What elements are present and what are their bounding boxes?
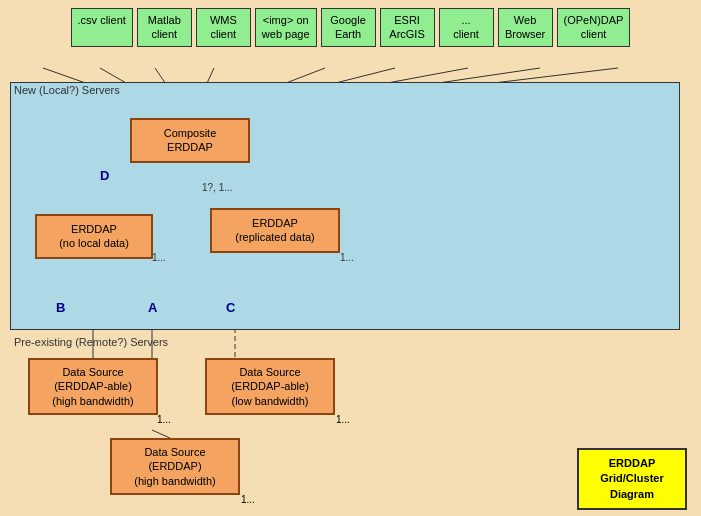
local-servers-label: New (Local?) Servers	[14, 84, 120, 96]
annotation-1b: 1...	[340, 252, 354, 263]
annotation-1a: 1...	[152, 252, 166, 263]
wms-client: WMSclient	[196, 8, 251, 47]
label-b: B	[56, 300, 65, 315]
ds-erddap-box: Data Source(ERDDAP)(high bandwidth)	[110, 438, 240, 495]
matlab-client: Matlabclient	[137, 8, 192, 47]
annotation-1q: 1?, 1...	[202, 182, 233, 193]
label-d: D	[100, 168, 109, 183]
diagram-label-box: ERDDAP Grid/Cluster Diagram	[577, 448, 687, 510]
img-client: <img> onweb page	[255, 8, 317, 47]
erddap-replicated-box: ERDDAP(replicated data)	[210, 208, 340, 253]
annotation-1e: 1...	[241, 494, 255, 505]
annotation-1d: 1...	[336, 414, 350, 425]
opendap-client: (OPeN)DAPclient	[557, 8, 631, 47]
esri-client: ESRIArcGIS	[380, 8, 435, 47]
preexisting-servers-label: Pre-existing (Remote?) Servers	[14, 336, 168, 348]
label-c: C	[226, 300, 235, 315]
csv-client: .csv client	[71, 8, 133, 47]
ds-high-bw-box: Data Source(ERDDAP-able)(high bandwidth)	[28, 358, 158, 415]
erddap-no-local-box: ERDDAP(no local data)	[35, 214, 153, 259]
clients-row: .csv client Matlabclient WMSclient <img>…	[0, 0, 701, 51]
composite-erddap-box: CompositeERDDAP	[130, 118, 250, 163]
web-browser-client: WebBrowser	[498, 8, 553, 47]
other-client: ...client	[439, 8, 494, 47]
annotation-1c: 1...	[157, 414, 171, 425]
ds-low-bw-box: Data Source(ERDDAP-able)(low bandwidth)	[205, 358, 335, 415]
google-earth-client: GoogleEarth	[321, 8, 376, 47]
svg-line-14	[152, 430, 170, 438]
label-a: A	[148, 300, 157, 315]
local-servers-area	[10, 82, 680, 330]
